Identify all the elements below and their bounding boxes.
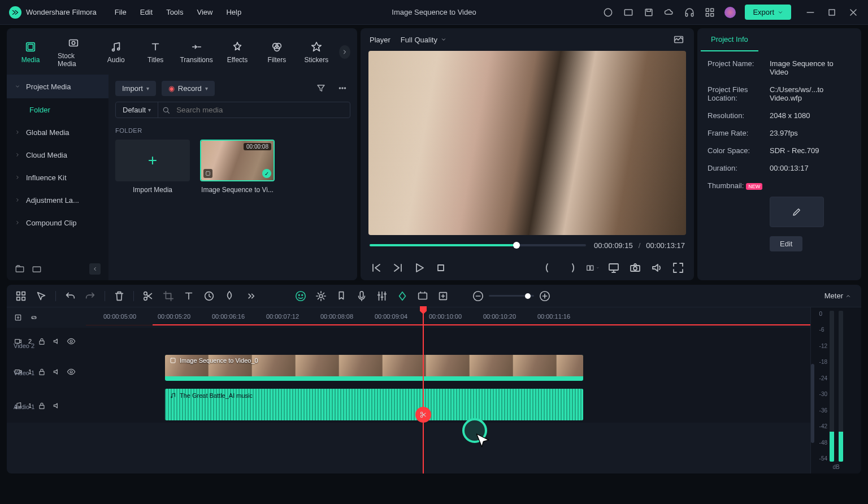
tab-stickers[interactable]: Stickers	[300, 38, 333, 66]
save-icon[interactable]	[643, 7, 654, 18]
grid-icon[interactable]	[15, 290, 27, 302]
timeline-tracks[interactable]: 00:00:05:00 00:00:05:20 00:00:06:16 00:0…	[7, 307, 810, 473]
edit-button[interactable]: Edit	[770, 236, 802, 251]
audio-clip[interactable]: The Great Battle_AI music	[165, 389, 583, 420]
display-button[interactable]	[607, 261, 620, 275]
headphones-icon[interactable]	[684, 7, 695, 18]
crop-tool[interactable]	[162, 290, 175, 302]
lock-icon[interactable]	[37, 401, 46, 410]
tab-filters[interactable]: Filters	[260, 38, 294, 66]
playhead[interactable]	[423, 307, 424, 473]
link-icon[interactable]	[29, 313, 38, 322]
search-input[interactable]	[171, 102, 350, 118]
menu-help[interactable]: Help	[226, 8, 241, 16]
keyframe-tool[interactable]	[396, 290, 409, 302]
menu-edit[interactable]: Edit	[140, 8, 153, 16]
scissors-icon[interactable]	[415, 407, 431, 423]
preview-viewport[interactable]	[368, 51, 686, 235]
more-icon[interactable]	[335, 80, 350, 96]
tab-stock-media[interactable]: Stock Media	[53, 34, 93, 70]
effects-tool[interactable]	[315, 290, 327, 302]
stop-button[interactable]	[434, 261, 448, 275]
visibility-icon[interactable]	[67, 367, 76, 376]
video-clip[interactable]: Image Sequence to Video_0	[165, 355, 583, 381]
maximize-button[interactable]	[826, 7, 837, 18]
sidebar-project-media[interactable]: Project Media	[7, 75, 108, 98]
add-tool[interactable]	[437, 290, 449, 302]
marker-tool[interactable]	[335, 290, 348, 302]
cloud-icon[interactable]	[663, 7, 675, 18]
tab-titles[interactable]: Titles	[138, 38, 172, 66]
sidebar-adjustment-layer[interactable]: Adjustment La...	[7, 189, 108, 211]
render-tool[interactable]	[416, 290, 429, 302]
ai-tool[interactable]	[294, 290, 307, 302]
tab-effects[interactable]: Effects	[220, 38, 254, 66]
meter-toggle[interactable]: Meter	[824, 292, 851, 300]
zoom-out-icon[interactable]	[472, 290, 484, 302]
folder-icon[interactable]	[32, 264, 42, 274]
close-button[interactable]	[848, 7, 859, 18]
mute-icon[interactable]	[52, 367, 61, 376]
filter-icon[interactable]	[313, 80, 329, 96]
camera-button[interactable]	[628, 261, 642, 275]
mark-in-button[interactable]	[542, 261, 556, 275]
menu-view[interactable]: View	[197, 8, 212, 16]
speed-tool[interactable]	[203, 290, 215, 302]
layout-button[interactable]	[585, 261, 599, 275]
more-tools[interactable]	[244, 290, 256, 302]
prev-frame-button[interactable]	[370, 261, 383, 275]
tab-audio[interactable]: Audio	[99, 38, 133, 66]
next-frame-button[interactable]	[391, 261, 405, 275]
split-tool[interactable]	[142, 290, 154, 302]
sidebar-global-media[interactable]: Global Media	[7, 121, 108, 144]
avatar-icon[interactable]	[724, 7, 736, 18]
quality-dropdown[interactable]: Full Quality	[401, 36, 446, 44]
tabs-scroll-right[interactable]	[339, 45, 350, 59]
lock-icon[interactable]	[37, 337, 46, 346]
fullscreen-button[interactable]	[671, 261, 685, 275]
sort-dropdown[interactable]: Default▾	[116, 102, 158, 118]
minimize-button[interactable]	[805, 7, 816, 18]
redo-button[interactable]	[84, 290, 97, 302]
sidebar-folder[interactable]: Folder	[7, 98, 108, 121]
volume-button[interactable]	[650, 261, 663, 275]
device-icon[interactable]	[623, 7, 634, 18]
play-button[interactable]	[413, 261, 426, 275]
collapse-sidebar[interactable]	[89, 263, 101, 275]
tab-media[interactable]: Media	[14, 38, 47, 66]
delete-button[interactable]	[113, 290, 125, 302]
import-media-card[interactable]: + Import Media	[115, 140, 190, 194]
progress-bar[interactable]	[370, 244, 586, 246]
visibility-icon[interactable]	[67, 337, 76, 346]
info-tab[interactable]: Project Info	[701, 28, 758, 51]
menu-file[interactable]: File	[115, 8, 127, 16]
progress-icon[interactable]	[602, 7, 614, 18]
export-button[interactable]: Export	[745, 5, 791, 20]
color-tool[interactable]	[223, 290, 236, 302]
media-clip-card[interactable]: 00:00:08 ✓ Image Sequence to Vi...	[200, 140, 275, 194]
import-button[interactable]: Import▾	[115, 81, 156, 96]
mark-out-button[interactable]	[564, 261, 578, 275]
timeline-ruler[interactable]: 00:00:05:00 00:00:05:20 00:00:06:16 00:0…	[86, 310, 810, 325]
apps-icon[interactable]	[704, 7, 715, 18]
undo-button[interactable]	[64, 290, 76, 302]
sidebar-influence-kit[interactable]: Influence Kit	[7, 166, 108, 189]
lock-icon[interactable]	[37, 367, 46, 376]
tab-transitions[interactable]: Transitions	[178, 38, 215, 66]
new-folder-icon[interactable]	[15, 264, 25, 274]
zoom-in-icon[interactable]	[539, 290, 551, 302]
record-button[interactable]: ◉Record▾	[162, 81, 215, 96]
snapshot-icon[interactable]	[672, 33, 685, 46]
select-tool[interactable]	[35, 290, 47, 302]
menu-tools[interactable]: Tools	[166, 8, 183, 16]
mixer-tool[interactable]	[376, 290, 388, 302]
sidebar-compound-clip[interactable]: Compound Clip	[7, 211, 108, 234]
zoom-slider[interactable]	[472, 290, 551, 302]
mic-tool[interactable]	[355, 290, 368, 302]
text-tool[interactable]	[183, 290, 195, 302]
add-track-icon[interactable]	[14, 313, 23, 322]
sidebar-cloud-media[interactable]: Cloud Media	[7, 144, 108, 166]
mute-icon[interactable]	[52, 337, 61, 346]
mute-icon[interactable]	[52, 401, 61, 410]
thumbnail-box[interactable]	[770, 197, 824, 227]
